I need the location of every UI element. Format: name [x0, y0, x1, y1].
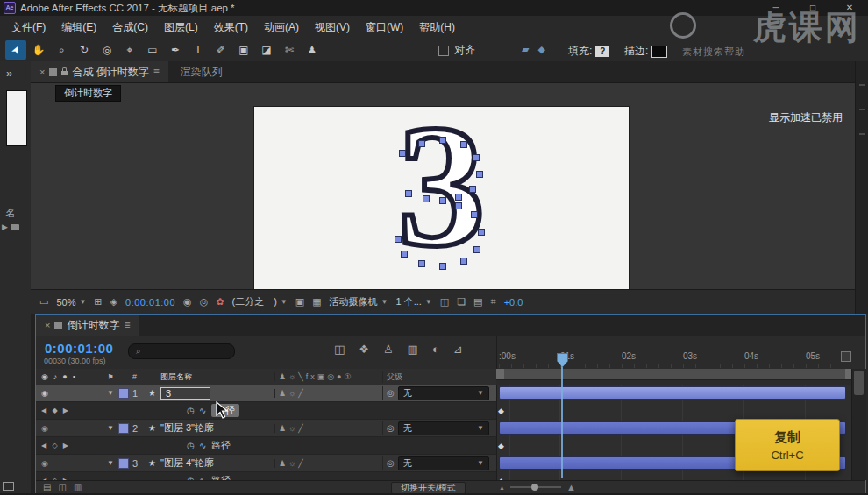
view-layout-dropdown[interactable]: 1 个...▼: [395, 295, 431, 308]
layer-switches[interactable]: ♟☼╱: [274, 459, 382, 468]
time-ruler[interactable]: :00s 01s 02s 03s 04s 05s: [496, 336, 854, 369]
layer-row-3[interactable]: ◉ ▼ 3 ★ "图层 4"轮廓 ♟☼╱ ◎ 无▼: [36, 455, 496, 472]
menu-view[interactable]: 视图(V): [307, 17, 358, 39]
zoom-tool-icon[interactable]: ⌕: [51, 40, 72, 60]
layer-row-2[interactable]: ◉ ▼ 2 ★ "图层 3"轮廓 ♟☼╱ ◎ 无▼: [36, 420, 496, 437]
parent-dropdown[interactable]: 无▼: [398, 386, 489, 400]
menu-composition[interactable]: 合成(C): [104, 17, 156, 39]
work-area-bar[interactable]: [496, 369, 853, 380]
tab-render-queue[interactable]: 渲染队列: [168, 61, 235, 82]
draft-3d-icon[interactable]: ❖: [359, 343, 369, 356]
graph-toggle-icon[interactable]: ∿: [199, 406, 211, 415]
motion-blur-icon[interactable]: ◐: [432, 343, 439, 356]
graph-editor-icon[interactable]: ⊿: [453, 343, 463, 356]
create-shape-icon[interactable]: ▰: [522, 44, 529, 55]
path-point[interactable]: [476, 171, 483, 178]
create-mask-icon[interactable]: ◆: [537, 44, 544, 55]
property-label[interactable]: 路径: [211, 439, 231, 452]
layer-switches-pane-icon[interactable]: ▤: [43, 483, 51, 492]
camera-view-dropdown[interactable]: 活动摄像机▼: [330, 295, 388, 308]
type-tool-icon[interactable]: T: [188, 40, 209, 60]
graph-toggle-icon[interactable]: ∿: [199, 441, 211, 450]
timeline-search-input[interactable]: ⌕: [128, 343, 235, 359]
timeline-scrollbar[interactable]: [851, 369, 866, 480]
viewer-current-time[interactable]: 0:00:01:00: [125, 297, 175, 308]
path-point[interactable]: [395, 236, 402, 243]
path-point[interactable]: [473, 246, 480, 253]
align-checkbox[interactable]: [438, 46, 449, 56]
shape-tool-icon[interactable]: ▭: [142, 40, 163, 60]
path-point[interactable]: [455, 202, 462, 209]
close-button[interactable]: ✕: [831, 0, 868, 16]
fill-swatch[interactable]: ?: [595, 46, 609, 57]
path-point[interactable]: [418, 140, 425, 147]
toggle-switches-modes-button[interactable]: 切换开关/模式: [391, 482, 466, 494]
panel-menu-icon[interactable]: ≡: [153, 66, 160, 78]
path-point[interactable]: [439, 263, 446, 270]
keyframe-navigator[interactable]: ◀ ◇ ▶: [41, 442, 70, 449]
stopwatch-icon[interactable]: ◷: [187, 406, 199, 415]
maximize-button[interactable]: □: [794, 0, 831, 16]
clone-stamp-tool-icon[interactable]: ▣: [233, 40, 254, 60]
label-color-chip[interactable]: [118, 458, 129, 469]
path-point[interactable]: [469, 186, 476, 193]
eraser-tool-icon[interactable]: ◪: [256, 40, 277, 60]
fast-preview-icon[interactable]: ❏: [457, 296, 466, 308]
current-time-indicator-line[interactable]: [561, 365, 563, 478]
label-color-chip[interactable]: [118, 388, 129, 399]
magnification-dropdown[interactable]: 50%▼: [56, 297, 86, 308]
zoom-slider[interactable]: [510, 486, 561, 488]
layer-name[interactable]: "图层 3"轮廓: [160, 421, 274, 435]
menu-file[interactable]: 文件(F): [4, 17, 53, 39]
expand-caret-icon[interactable]: ▼: [103, 459, 118, 467]
in-out-pane-icon[interactable]: ▥: [74, 483, 82, 492]
collapsed-panels-strip[interactable]: [855, 61, 868, 314]
parent-dropdown[interactable]: 无▼: [398, 456, 489, 470]
property-row-path-3[interactable]: ◀ ◇ ▶ ◷ ∿ 路径: [36, 472, 496, 480]
lock-icon[interactable]: [61, 71, 68, 75]
comp-canvas[interactable]: 3: [254, 107, 629, 289]
path-point[interactable]: [455, 194, 462, 201]
eye-icon[interactable]: ◉: [41, 424, 48, 433]
always-preview-icon[interactable]: ▭: [39, 296, 48, 308]
property-row-path-1[interactable]: ◀ ◆ ▶ ◷ ∿ 路径: [36, 402, 496, 420]
pixel-aspect-icon[interactable]: ◫: [440, 296, 449, 308]
eye-icon[interactable]: ◉: [41, 389, 48, 398]
pan-behind-tool-icon[interactable]: ⌖: [119, 40, 140, 60]
expand-panel-button[interactable]: »: [6, 67, 12, 80]
eye-icon[interactable]: ◉: [41, 459, 48, 468]
timeline-tab[interactable]: × 倒计时数字 ≡: [36, 315, 139, 336]
tab-close-icon[interactable]: ×: [45, 320, 50, 330]
path-point[interactable]: [439, 137, 446, 144]
menu-help[interactable]: 帮助(H): [411, 17, 463, 39]
stroke-swatch[interactable]: [651, 46, 667, 58]
rotation-tool-icon[interactable]: ↻: [74, 40, 95, 60]
pickwhip-icon[interactable]: ◎: [387, 423, 395, 433]
minimize-button[interactable]: ─: [758, 0, 794, 16]
show-snapshot-icon[interactable]: ◎: [200, 296, 209, 308]
pickwhip-icon[interactable]: ◎: [387, 458, 395, 468]
current-time-display[interactable]: 0:00:01:00: [45, 341, 113, 356]
camera-tool-icon[interactable]: ◎: [96, 40, 117, 60]
exposure-value[interactable]: +0.0: [504, 297, 523, 308]
mask-visibility-icon[interactable]: ◈: [110, 296, 117, 308]
layer-name[interactable]: 3: [160, 387, 210, 400]
resolution-dropdown[interactable]: (二分之一)▼: [231, 295, 287, 308]
path-point[interactable]: [471, 211, 478, 218]
expand-caret-icon[interactable]: ▼: [103, 424, 118, 432]
selection-tool-icon[interactable]: ➤: [5, 40, 26, 60]
parent-dropdown[interactable]: 无▼: [398, 421, 489, 435]
snapshot-icon[interactable]: ◉: [183, 296, 192, 308]
layer-row-1[interactable]: ◉ ▼ 1 ★ 3 ♟☼╱ ◎ 无▼: [36, 385, 496, 402]
zoom-out-icon[interactable]: ▲: [499, 484, 505, 491]
region-of-interest-icon[interactable]: ▣: [295, 296, 304, 308]
comp-marker-button[interactable]: [841, 351, 851, 362]
frame-blend-icon[interactable]: ▥: [408, 343, 418, 356]
hand-tool-icon[interactable]: ✋: [28, 40, 49, 60]
stopwatch-icon[interactable]: ◷: [187, 441, 199, 450]
comp-breadcrumb[interactable]: 倒计时数字: [55, 85, 121, 102]
pen-tool-icon[interactable]: ✒: [165, 40, 186, 60]
mini-flowchart-icon[interactable]: ◫: [334, 343, 345, 356]
path-point[interactable]: [439, 197, 446, 204]
roto-brush-tool-icon[interactable]: ✄: [279, 40, 300, 60]
